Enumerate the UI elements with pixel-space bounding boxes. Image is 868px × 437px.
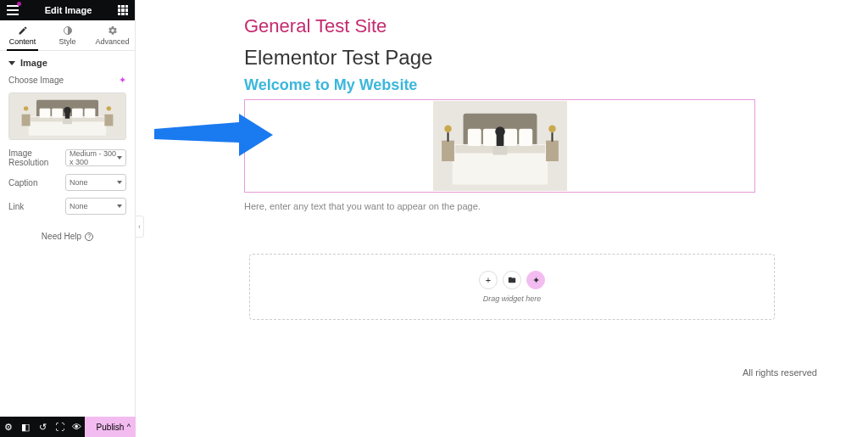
settings-icon[interactable]: ⚙ xyxy=(0,417,17,437)
image-thumbnail[interactable] xyxy=(8,92,126,140)
svg-rect-10 xyxy=(65,112,70,119)
hamburger-menu-icon[interactable] xyxy=(7,4,19,16)
navigator-icon[interactable]: ◧ xyxy=(17,417,34,437)
publish-label: Publish xyxy=(97,423,125,432)
history-icon[interactable]: ↺ xyxy=(34,417,51,437)
svg-rect-25 xyxy=(496,135,503,147)
tab-advanced-label: Advanced xyxy=(95,37,129,46)
caption-label: Caption xyxy=(8,178,65,188)
notification-dot xyxy=(17,2,21,6)
svg-rect-7 xyxy=(72,109,83,118)
svg-rect-27 xyxy=(442,141,454,161)
svg-rect-26 xyxy=(492,146,507,155)
svg-rect-21 xyxy=(482,129,496,146)
svg-point-15 xyxy=(107,106,111,110)
link-label: Link xyxy=(8,202,65,211)
add-template-button[interactable] xyxy=(503,271,521,289)
link-value: None xyxy=(70,202,88,210)
dropzone-hint: Drag widget here xyxy=(483,294,542,303)
widgets-grid-icon[interactable] xyxy=(118,5,128,15)
chevron-down-icon xyxy=(117,181,122,184)
svg-rect-28 xyxy=(546,141,559,161)
section-title: Image xyxy=(20,58,47,68)
svg-rect-8 xyxy=(85,109,96,118)
svg-rect-22 xyxy=(504,129,517,146)
preview-icon[interactable]: 👁 xyxy=(68,417,85,437)
bedroom-image xyxy=(433,101,567,191)
tab-content[interactable]: Content xyxy=(0,20,45,50)
svg-point-31 xyxy=(548,126,555,132)
chevron-up-icon[interactable]: ^ xyxy=(127,423,131,431)
resolution-label: Image Resolution xyxy=(8,148,65,167)
chevron-down-icon xyxy=(117,156,122,160)
svg-rect-5 xyxy=(40,109,51,118)
add-section-button[interactable]: + xyxy=(479,271,498,289)
editor-sidebar: Edit Image Content Style Advanced Image … xyxy=(0,0,136,437)
caption-value: None xyxy=(70,178,88,187)
editor-canvas: General Test Site Elementor Test Page We… xyxy=(144,0,868,437)
tab-advanced[interactable]: Advanced xyxy=(90,20,135,50)
footer-text: All rights reserved xyxy=(743,367,817,378)
folder-icon xyxy=(508,276,516,284)
tab-style[interactable]: Style xyxy=(45,20,90,50)
caption-select[interactable]: None xyxy=(65,174,126,191)
choose-image-label: Choose Image xyxy=(8,76,119,85)
bottom-toolbar: ⚙ ◧ ↺ ⛶ 👁 Publish ^ xyxy=(0,417,136,437)
svg-rect-6 xyxy=(52,109,63,118)
resolution-select[interactable]: Medium - 300 x 300 xyxy=(65,149,126,166)
empty-section-dropzone[interactable]: + ✦ Drag widget here xyxy=(249,254,775,320)
svg-point-29 xyxy=(444,126,451,132)
tab-style-label: Style xyxy=(58,37,75,46)
need-help-link[interactable]: Need Help ? xyxy=(8,232,126,241)
pencil-icon xyxy=(18,25,28,36)
caption-row: Caption None xyxy=(8,174,126,191)
publish-button[interactable]: Publish ^ xyxy=(85,417,136,437)
chevron-down-icon xyxy=(117,204,122,208)
style-icon xyxy=(63,25,73,36)
section-image-header[interactable]: Image xyxy=(0,51,135,75)
panel-tabs: Content Style Advanced xyxy=(0,20,135,51)
resolution-value: Medium - 300 x 300 xyxy=(70,149,117,166)
collapse-panel-handle[interactable]: ‹ xyxy=(136,216,144,238)
svg-rect-11 xyxy=(63,119,72,124)
svg-rect-32 xyxy=(551,132,553,142)
responsive-icon[interactable]: ⛶ xyxy=(51,417,68,437)
svg-rect-13 xyxy=(104,115,113,126)
bedroom-thumbnail-image xyxy=(9,93,125,139)
ai-sparkle-icon[interactable]: ✦ xyxy=(119,75,126,86)
svg-rect-12 xyxy=(22,115,31,126)
svg-rect-20 xyxy=(467,129,481,146)
chevron-down-icon xyxy=(8,61,15,65)
svg-point-14 xyxy=(24,106,28,110)
svg-point-24 xyxy=(495,126,505,137)
tab-content-label: Content xyxy=(9,37,36,46)
text-editor-widget[interactable]: Here, enter any text that you want to ap… xyxy=(244,201,817,211)
content-panel: Choose Image ✦ Ima xyxy=(0,75,135,249)
svg-rect-30 xyxy=(447,132,448,142)
ai-builder-button[interactable]: ✦ xyxy=(526,271,545,289)
dropzone-buttons: + ✦ xyxy=(479,271,545,289)
heading-widget[interactable]: Welcome to My Website xyxy=(244,76,817,94)
need-help-label: Need Help xyxy=(42,232,81,241)
gear-icon xyxy=(108,25,118,36)
link-select[interactable]: None xyxy=(65,198,126,215)
sidebar-header: Edit Image xyxy=(0,0,135,20)
choose-image-row: Choose Image ✦ xyxy=(8,75,126,86)
site-title: General Test Site xyxy=(244,15,817,37)
resolution-row: Image Resolution Medium - 300 x 300 xyxy=(8,148,126,167)
page-title: Elementor Test Page xyxy=(244,46,817,70)
image-widget-selected[interactable] xyxy=(244,99,755,193)
toolbar-icons: ⚙ ◧ ↺ ⛶ 👁 xyxy=(0,417,85,437)
link-row: Link None xyxy=(8,198,126,215)
help-icon: ? xyxy=(85,233,93,241)
svg-rect-23 xyxy=(519,129,532,146)
sidebar-title: Edit Image xyxy=(45,5,92,15)
